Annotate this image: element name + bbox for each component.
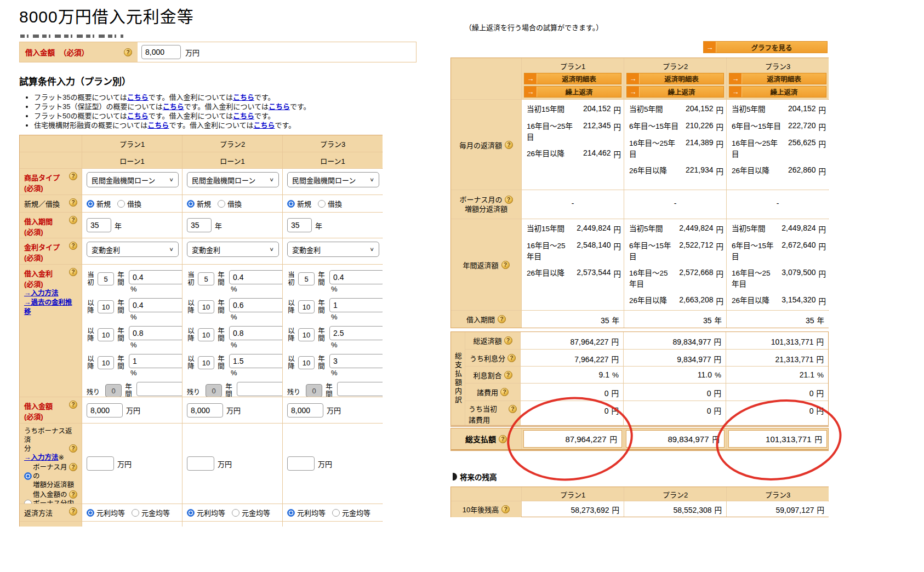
rate-input-remaining-p2[interactable] [237, 382, 282, 396]
years-input-p2-1[interactable] [198, 272, 214, 285]
rate-input-p3-2[interactable] [329, 298, 383, 312]
rate-input-p3-3[interactable] [329, 326, 383, 340]
help-icon[interactable]: ? [69, 242, 77, 250]
help-icon[interactable]: ? [509, 405, 517, 413]
radio-bonus-amount-breakdown[interactable] [24, 500, 32, 504]
years-input-p2-4[interactable] [198, 356, 214, 369]
product-type-select-p2[interactable]: 民間金融機関ローン∨ [187, 172, 279, 187]
bonus-input-p1[interactable] [87, 456, 114, 471]
rate-input-p1-2[interactable] [129, 298, 182, 312]
years-input-p3-3[interactable] [298, 328, 315, 341]
bonus-input-p2[interactable] [187, 456, 214, 471]
help-icon[interactable]: ? [507, 354, 516, 362]
help-icon[interactable]: ? [505, 141, 513, 149]
years-input-p3-4[interactable] [298, 356, 315, 369]
product-type-select-p3[interactable]: 民間金融機関ローン∨ [287, 172, 379, 187]
years-input-p3-2[interactable] [298, 300, 315, 313]
radio-new-p1[interactable] [87, 200, 94, 208]
help-icon[interactable]: ? [500, 388, 509, 396]
rate-input-p1-4[interactable] [129, 354, 182, 368]
help-icon[interactable]: ? [69, 216, 77, 224]
rate-input-p3-1[interactable] [329, 270, 383, 284]
radio-new-p2[interactable] [187, 200, 195, 208]
help-icon[interactable]: ? [69, 401, 77, 409]
help-icon[interactable]: ? [69, 463, 77, 471]
radio-new-p3[interactable] [287, 200, 295, 208]
years-input-p2-3[interactable] [198, 328, 214, 341]
rate-type-select-p3[interactable]: 変動金利∨ [287, 242, 379, 257]
loan-amount-input-p2[interactable] [187, 403, 223, 417]
radio-principal-interest-p2[interactable] [187, 509, 195, 517]
help-icon[interactable]: ? [499, 435, 507, 443]
years-input-p1-2[interactable] [98, 300, 114, 313]
loan-amount-input-p3[interactable] [287, 403, 323, 417]
help-icon[interactable]: ? [501, 505, 510, 513]
help-icon[interactable]: ? [505, 196, 513, 204]
help-icon[interactable]: ? [69, 490, 77, 499]
loan-period-input-p2[interactable] [187, 218, 212, 232]
loan-period-input-p3[interactable] [287, 218, 312, 232]
help-icon[interactable]: ? [69, 268, 77, 276]
bonus-input-method-link[interactable]: →入力方法 [24, 454, 59, 461]
overview-link[interactable]: こちら [147, 121, 169, 129]
rate-type-select-p1[interactable]: 変動金利∨ [87, 242, 179, 257]
years-input-p2-2[interactable] [198, 300, 214, 313]
repayment-detail-button-p3[interactable]: →返済明細表 [729, 73, 826, 84]
radio-principal-interest-p1[interactable] [87, 509, 94, 517]
rate-input-p3-4[interactable] [329, 354, 383, 368]
rate-link[interactable]: こちら [233, 112, 254, 120]
loan-period-cell-p3: 年 [282, 213, 383, 238]
past-rates-link[interactable]: →過去の金利推移 [24, 299, 72, 316]
prepayment-button-p2[interactable]: →繰上返済 [626, 86, 724, 98]
radio-refinance-p3[interactable] [318, 200, 326, 208]
bonus-input-p3[interactable] [287, 456, 315, 471]
radio-bonus-monthly-increase[interactable] [24, 472, 32, 480]
help-icon[interactable]: ? [498, 315, 506, 323]
rate-link[interactable]: こちら [233, 93, 254, 101]
rate-link[interactable]: こちら [269, 102, 290, 111]
loan-period-input-p1[interactable] [87, 218, 111, 232]
period-label: 16年目～25年目 [732, 138, 783, 159]
overview-link[interactable]: こちら [127, 112, 149, 120]
years-input-p3-5 [306, 384, 322, 397]
input-method-link[interactable]: →入力方法 [24, 289, 59, 297]
years-input-p3-1[interactable] [298, 272, 315, 285]
radio-principal-interest-p3[interactable] [287, 509, 295, 517]
radio-refinance-p1[interactable] [117, 200, 125, 208]
rate-type-select-p2[interactable]: 変動金利∨ [187, 242, 279, 257]
rate-input-p2-2[interactable] [229, 298, 282, 312]
radio-refinance-p2[interactable] [218, 200, 225, 208]
help-icon[interactable]: ? [504, 336, 512, 345]
help-icon[interactable]: ? [504, 371, 512, 379]
help-icon[interactable]: ? [501, 261, 510, 269]
loan-amount-input-p1[interactable] [87, 403, 123, 417]
help-icon[interactable]: ? [69, 172, 77, 180]
radio-principal-p3[interactable] [332, 509, 340, 517]
rate-input-p2-4[interactable] [229, 354, 282, 368]
years-input-p1-3[interactable] [98, 328, 114, 341]
repayment-detail-button-p1[interactable]: →返済明細表 [524, 73, 621, 84]
years-input-p1-4[interactable] [98, 356, 114, 369]
rate-input-remaining-p1[interactable] [136, 382, 182, 396]
overview-link[interactable]: こちら [163, 102, 184, 111]
rate-input-p1-1[interactable] [129, 270, 182, 284]
rate-input-p2-3[interactable] [229, 326, 282, 340]
help-icon[interactable]: ? [69, 444, 77, 453]
rate-input-remaining-p3[interactable] [337, 382, 383, 396]
prepayment-button-p1[interactable]: →繰上返済 [524, 86, 621, 98]
help-icon[interactable]: ? [69, 507, 77, 516]
help-icon[interactable]: ? [124, 48, 132, 56]
repayment-detail-button-p2[interactable]: →返済明細表 [626, 73, 724, 84]
rate-input-p1-3[interactable] [129, 326, 182, 340]
rate-input-p2-1[interactable] [229, 270, 282, 284]
overview-link[interactable]: こちら [127, 93, 149, 101]
view-graph-button[interactable]: → グラフを見る [703, 41, 828, 53]
radio-principal-p2[interactable] [232, 509, 239, 517]
years-input-p1-1[interactable] [98, 272, 114, 285]
rate-link[interactable]: こちら [253, 121, 275, 129]
prepayment-button-p3[interactable]: →繰上返済 [729, 86, 826, 98]
radio-principal-p1[interactable] [132, 509, 139, 517]
loan-amount-top-input[interactable] [141, 45, 181, 59]
product-type-select-p1[interactable]: 民間金融機関ローン∨ [87, 172, 179, 187]
help-icon[interactable]: ? [69, 198, 77, 207]
